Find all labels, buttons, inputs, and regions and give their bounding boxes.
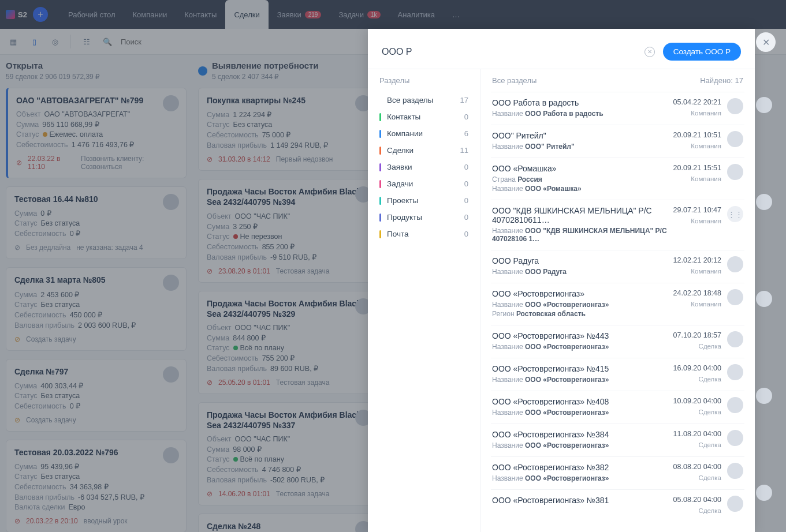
avatar (727, 131, 743, 147)
result-date: 29.07.21 10:47 (673, 206, 721, 214)
modal-sections: Разделы Все разделы17Контакты0Компании6С… (368, 69, 480, 532)
avatar (756, 485, 772, 501)
modal-results: Все разделы Найдено: 17 ООО Работа в рад… (480, 69, 755, 532)
result-title: ООО Работа в радость (492, 98, 668, 107)
create-button[interactable]: Создать ООО Р (663, 43, 741, 61)
result-type: Компания (691, 110, 721, 117)
result-title: ООО "КДВ ЯШКИНСКАЯ МЕЛЬНИЦА" Р/С 4070281… (492, 206, 668, 224)
section-item[interactable]: Проекты0 (368, 192, 480, 209)
avatar (756, 388, 772, 404)
result-row[interactable]: ООО" Ритейл"Название ООО" Ритейл" 20.09.… (491, 125, 744, 158)
result-row[interactable]: ООО «Ростоврегионгаз»Название ООО «Росто… (491, 283, 744, 325)
result-type: Сделка (699, 507, 721, 514)
result-row[interactable]: ООО «Ростоврегионгаз» №384Название ООО «… (491, 424, 744, 456)
avatar (727, 256, 743, 272)
result-row[interactable]: ООО «Ростоврегионгаз» №415Название ООО «… (491, 358, 744, 391)
result-type: Компания (691, 143, 721, 149)
avatar (727, 463, 743, 479)
section-item[interactable]: Задачи0 (368, 175, 480, 192)
result-field: Название ООО «Ростоврегионгаз» (492, 343, 668, 351)
result-title: ООО «Ростоврегионгаз» №443 (492, 331, 668, 340)
avatar (727, 98, 743, 114)
result-date: 24.02.20 18:48 (673, 289, 721, 297)
result-type: Сделка (699, 441, 721, 448)
clear-icon[interactable]: ✕ (645, 47, 655, 57)
section-item[interactable]: Компании6 (368, 125, 480, 142)
results-heading: Все разделы (492, 76, 537, 85)
avatar (727, 496, 743, 512)
avatar (727, 397, 743, 413)
result-date: 10.09.20 04:00 (673, 397, 721, 405)
avatar (756, 194, 772, 210)
result-field: Название ООО «Ростоврегионгаз» (492, 409, 668, 417)
result-title: ООО «Ростоврегионгаз» №381 (492, 496, 668, 505)
result-field: Название ООО «Ростоврегионгаз» (492, 474, 668, 482)
result-field: Регион Ростовская область (492, 310, 668, 318)
avatar (727, 289, 743, 305)
result-field: Название ООО Работа в радость (492, 110, 668, 118)
result-type: Компания (691, 268, 721, 275)
modal-search-input[interactable] (382, 44, 655, 59)
result-row[interactable]: ООО «Ростоврегионгаз» №408Название ООО «… (491, 391, 744, 424)
result-type: Компания (691, 175, 721, 182)
result-row[interactable]: ООО «Ромашка»Страна РоссияНазвание ООО «… (491, 158, 744, 200)
result-date: 11.08.20 04:00 (673, 430, 721, 438)
result-title: ООО «Ростоврегионгаз» (492, 289, 668, 298)
result-title: ООО «Ростоврегионгаз» №415 (492, 364, 668, 373)
result-date: 05.04.22 20:21 (673, 98, 721, 106)
modal-search-row: ✕ Создать ООО Р (368, 29, 755, 69)
result-type: Компания (691, 218, 721, 224)
result-date: 07.10.20 18:57 (673, 331, 721, 339)
result-row[interactable]: ООО Работа в радостьНазвание ООО Работа … (491, 92, 744, 125)
result-date: 05.08.20 04:00 (673, 496, 721, 504)
result-type: Сделка (699, 409, 721, 415)
result-row[interactable]: ООО РадугаНазвание ООО Радуга 12.02.21 2… (491, 250, 744, 283)
section-item[interactable]: Все разделы17 (368, 92, 480, 108)
edge-avatars (756, 97, 772, 501)
section-item[interactable]: Сделки11 (368, 142, 480, 159)
avatar (727, 331, 743, 347)
result-row[interactable]: ООО «Ростоврегионгаз» №443Название ООО «… (491, 325, 744, 358)
result-row[interactable]: ООО «Ростоврегионгаз» №381 05.08.20 04:0… (491, 489, 744, 520)
result-field: Название ООО "КДВ ЯШКИНСКАЯ МЕЛЬНИЦА" Р/… (492, 227, 668, 243)
result-date: 20.09.21 10:51 (673, 131, 721, 139)
result-field: Страна Россия (492, 175, 668, 183)
close-button[interactable]: ✕ (756, 32, 776, 52)
result-type: Сделка (699, 343, 721, 350)
result-title: ООО" Ритейл" (492, 131, 668, 140)
avatar (756, 291, 772, 307)
result-row[interactable]: ООО «Ростоврегионгаз» №382Название ООО «… (491, 456, 744, 489)
search-modal: ✕ Создать ООО Р Разделы Все разделы17Кон… (368, 29, 755, 532)
result-row[interactable]: ООО "КДВ ЯШКИНСКАЯ МЕЛЬНИЦА" Р/С 4070281… (491, 200, 744, 250)
result-date: 12.02.21 20:12 (673, 256, 721, 264)
section-item[interactable]: Продукты0 (368, 209, 480, 226)
avatar (727, 364, 743, 380)
avatar (727, 430, 743, 446)
result-title: ООО «Ромашка» (492, 164, 668, 173)
result-date: 16.09.20 04:00 (673, 364, 721, 372)
result-type: Сделка (699, 474, 721, 481)
section-item[interactable]: Заявки0 (368, 159, 480, 175)
result-title: ООО «Ростоврегионгаз» №382 (492, 463, 668, 472)
result-title: ООО «Ростоврегионгаз» №384 (492, 430, 668, 439)
result-date: 20.09.21 15:51 (673, 164, 721, 172)
avatar: ⋮⋮ (727, 206, 743, 222)
results-count: Найдено: 17 (700, 76, 743, 85)
result-field: Название ООО" Ритейл" (492, 143, 668, 151)
result-field: Название ООО «Ростоврегионгаз» (492, 301, 668, 309)
avatar (727, 164, 743, 180)
result-title: ООО Радуга (492, 256, 668, 265)
result-type: Компания (691, 301, 721, 308)
result-field: Название ООО «Ромашка» (492, 185, 668, 193)
sections-title: Разделы (368, 76, 480, 92)
avatar (756, 97, 772, 113)
section-item[interactable]: Почта0 (368, 226, 480, 242)
result-type: Сделка (699, 376, 721, 383)
result-field: Название ООО «Ростоврегионгаз» (492, 376, 668, 384)
result-date: 08.08.20 04:00 (673, 463, 721, 471)
result-title: ООО «Ростоврегионгаз» №408 (492, 397, 668, 406)
result-field: Название ООО «Ростоврегионгаз» (492, 441, 668, 449)
section-item[interactable]: Контакты0 (368, 108, 480, 125)
result-field: Название ООО Радуга (492, 268, 668, 276)
